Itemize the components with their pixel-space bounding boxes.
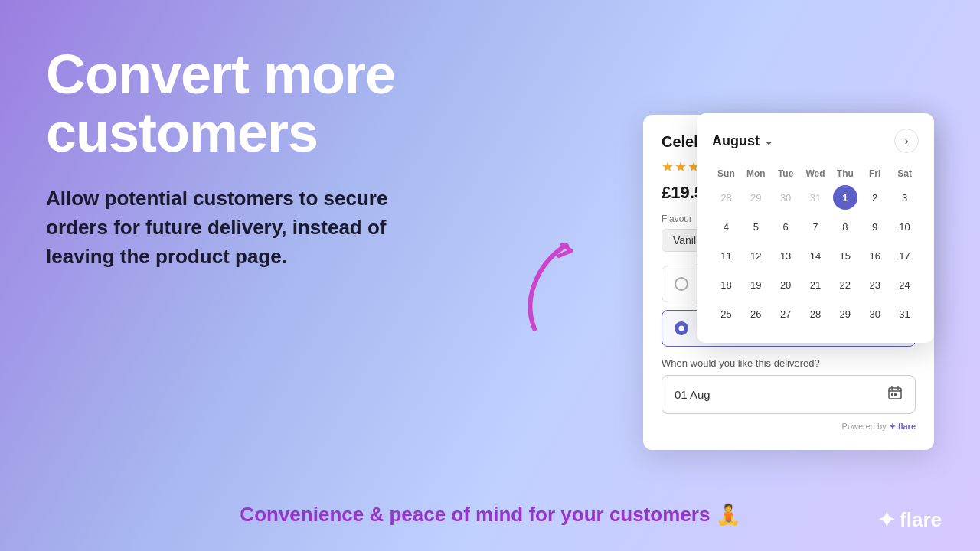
cal-day[interactable]: 7	[803, 214, 828, 239]
cal-day[interactable]: 31	[893, 302, 917, 326]
cal-day[interactable]: 31	[803, 185, 828, 210]
cal-day[interactable]: 15	[833, 243, 858, 268]
cal-day-today[interactable]: 1	[833, 185, 858, 210]
cal-day[interactable]: 14	[803, 243, 828, 268]
cal-day[interactable]: 29	[743, 185, 768, 210]
cal-day[interactable]: 18	[714, 272, 738, 297]
cal-day[interactable]: 26	[743, 302, 768, 326]
day-header-sun: Sun	[712, 165, 740, 182]
right-section: August ⌄ › Sun Mon Tue Wed Thu Fri Sat 2…	[459, 31, 934, 450]
content-wrapper: Convert more customers Allow potential c…	[0, 0, 980, 551]
svg-rect-1	[891, 393, 893, 396]
arrow-decoration	[505, 235, 598, 348]
day-header-sat: Sat	[890, 165, 919, 182]
day-header-mon: Mon	[742, 165, 770, 182]
delivery-question: When would you like this delivered?	[662, 357, 916, 369]
cal-day[interactable]: 5	[743, 214, 768, 239]
cal-day[interactable]: 10	[893, 214, 917, 239]
cal-day[interactable]: 28	[803, 302, 828, 326]
cal-day[interactable]: 16	[863, 243, 887, 268]
calendar-month-title: August ⌄	[712, 133, 773, 149]
cal-day[interactable]: 23	[863, 272, 887, 297]
cal-day[interactable]: 3	[893, 185, 917, 210]
calendar-icon[interactable]	[887, 385, 903, 404]
sub-text: Allow potential customers to secure orde…	[46, 184, 413, 271]
main-headline: Convert more customers	[46, 46, 444, 161]
date-value: 01 Aug	[675, 388, 710, 401]
cal-day[interactable]: 4	[714, 214, 738, 239]
cal-day[interactable]: 12	[743, 243, 768, 268]
flare-brand: ✦ flare	[889, 422, 916, 431]
order-now-radio[interactable]	[675, 277, 688, 291]
cal-day[interactable]: 17	[893, 243, 917, 268]
cal-day[interactable]: 6	[773, 214, 798, 239]
cal-day[interactable]: 9	[863, 214, 887, 239]
cal-day[interactable]: 2	[863, 185, 887, 210]
calendar-next-button[interactable]: ›	[894, 129, 919, 153]
cal-day[interactable]: 20	[773, 272, 798, 297]
left-section: Convert more customers Allow potential c…	[46, 31, 459, 271]
date-input-row[interactable]: 01 Aug	[662, 375, 916, 414]
day-header-fri: Fri	[861, 165, 889, 182]
cal-day[interactable]: 19	[743, 272, 768, 297]
flare-brand-name: flare	[900, 508, 942, 532]
svg-rect-2	[894, 393, 897, 396]
calendar-popup: August ⌄ › Sun Mon Tue Wed Thu Fri Sat 2…	[697, 113, 934, 343]
flare-logo-icon: ✦	[877, 507, 895, 533]
cal-day[interactable]: 13	[773, 243, 798, 268]
flare-logo: ✦ flare	[877, 507, 942, 533]
powered-by: Powered by ✦ flare	[662, 422, 916, 432]
calendar-header: August ⌄ ›	[712, 129, 919, 153]
day-header-tue: Tue	[772, 165, 800, 182]
cal-day[interactable]: 29	[833, 302, 858, 326]
schedule-later-radio[interactable]	[675, 321, 688, 335]
month-chevron-icon[interactable]: ⌄	[764, 135, 773, 147]
day-header-wed: Wed	[802, 165, 830, 182]
cal-day[interactable]: 27	[773, 302, 798, 326]
cal-day[interactable]: 30	[863, 302, 887, 326]
day-header-thu: Thu	[831, 165, 859, 182]
cal-day[interactable]: 25	[714, 302, 738, 326]
cal-day[interactable]: 11	[714, 243, 738, 268]
cal-day[interactable]: 8	[833, 214, 858, 239]
cal-day[interactable]: 22	[833, 272, 858, 297]
cal-day[interactable]: 30	[773, 185, 798, 210]
cal-day[interactable]: 28	[714, 185, 738, 210]
cal-day[interactable]: 24	[893, 272, 917, 297]
calendar-grid: Sun Mon Tue Wed Thu Fri Sat 28 29 30 31 …	[712, 165, 919, 328]
cal-day[interactable]: 21	[803, 272, 828, 297]
